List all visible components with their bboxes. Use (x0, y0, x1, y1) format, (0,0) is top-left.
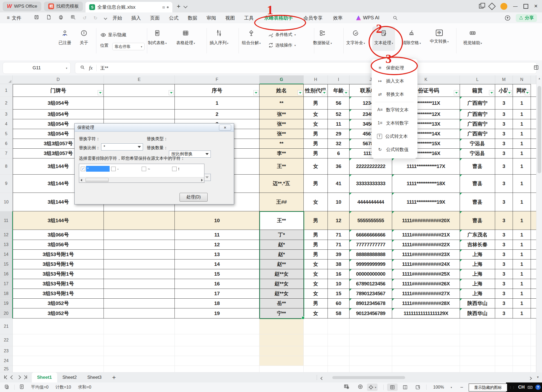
cell-K21[interactable] (392, 318, 460, 334)
cell-F25[interactable] (175, 366, 259, 372)
row-header-19[interactable]: 19 (0, 299, 13, 308)
cell-D16[interactable]: 3组53号附1号 (13, 269, 104, 279)
cell-H18[interactable]: 女 (304, 289, 328, 299)
cell-N4[interactable]: 1 (513, 119, 531, 129)
document-tab[interactable]: S 全量信息台账.xlsx ⧈ (86, 2, 172, 12)
cell-N21[interactable] (513, 318, 531, 334)
cell-J11[interactable]: 5555555555 (350, 211, 392, 230)
cell-H2[interactable]: 男 (304, 97, 328, 110)
tab-yongfeng-assistant[interactable]: 永峰表格助手 (264, 12, 293, 23)
scroll-down-icon[interactable]: ▾ (537, 375, 539, 379)
menu-item-wand[interactable]: ✳保密处理 (372, 61, 417, 74)
wps-ai-button[interactable]: WPS AI (356, 12, 379, 23)
menu-item-formula-to-text[interactable]: T公式转文本 (372, 130, 417, 143)
cell-M20[interactable]: 3 (495, 308, 513, 318)
checkbox[interactable] (142, 167, 146, 171)
cell-X8[interactable] (531, 158, 536, 175)
cell-M24[interactable] (495, 356, 513, 366)
cell-I2[interactable]: 56 (328, 97, 350, 110)
cell-M2[interactable]: 3 (495, 97, 513, 110)
cell-J22[interactable] (350, 334, 392, 346)
row-header-13[interactable]: 13 (0, 240, 13, 250)
cell-F16[interactable]: 15 (175, 269, 259, 279)
cell-F18[interactable]: 17 (175, 289, 259, 299)
menu-item-replace-text[interactable]: ⇄替换文本 (372, 88, 417, 101)
cell-N24[interactable] (513, 356, 531, 366)
prev-sheet-icon[interactable] (11, 375, 14, 380)
cell-M6[interactable]: 3 (495, 139, 513, 149)
cell-E16[interactable] (104, 269, 175, 279)
cell-J18[interactable]: 78901234567 (350, 289, 392, 299)
redo-icon[interactable]: ↻ (93, 15, 97, 21)
cell-D18[interactable]: 3组53号附1号 (13, 289, 104, 299)
cell-H19[interactable]: 男 (304, 299, 328, 308)
cell-F23[interactable] (175, 346, 259, 356)
menu-item-number-to-text[interactable]: A≡数字转文本 (372, 103, 417, 116)
replace-char-combo[interactable]: * (101, 143, 143, 151)
tab-formula[interactable]: 公式 (169, 12, 178, 23)
row-header-23[interactable]: 23 (0, 346, 13, 356)
cell-M21[interactable] (495, 318, 513, 334)
cell-K22[interactable] (392, 334, 460, 346)
row-header-1[interactable]: 1 (0, 84, 13, 97)
cell-H21[interactable] (304, 318, 328, 334)
page-break-view-button[interactable] (413, 384, 423, 391)
cell-E17[interactable] (104, 279, 175, 289)
cell-F20[interactable]: 19 (175, 308, 259, 318)
vertical-scrollbar[interactable]: ▴ (536, 75, 542, 372)
cell-L13[interactable]: 吉林长春 (460, 240, 495, 250)
cell-H15[interactable]: 女 (304, 259, 328, 269)
cell-X22[interactable] (531, 334, 536, 346)
cell-J23[interactable] (350, 346, 392, 356)
cell-G13[interactable]: 赵* (259, 240, 304, 250)
hscroll-thumb[interactable] (86, 178, 109, 182)
cell-G3[interactable]: 张** (259, 110, 304, 119)
cell-N8[interactable]: 1 (513, 158, 531, 175)
cell-M17[interactable]: 3 (495, 279, 513, 289)
visual-assist-button[interactable]: 视觉辅助▾ (458, 30, 487, 46)
cell-K13[interactable]: 1111###########22X (392, 240, 460, 250)
cell-N2[interactable]: 1 (513, 97, 531, 110)
cell-I14[interactable]: 39 (328, 250, 350, 259)
fx-icon[interactable]: fx (89, 65, 93, 71)
cell-G20[interactable]: 宁** (259, 308, 304, 318)
cell-H25[interactable] (304, 366, 328, 372)
cell-L19[interactable]: 陕西华山 (460, 299, 495, 308)
cell-X3[interactable] (531, 110, 536, 119)
tab-member[interactable]: 会员专享 (303, 12, 322, 23)
print-icon[interactable] (58, 15, 64, 21)
cell-L3[interactable]: 广西南宁 (460, 110, 495, 119)
cell-X10[interactable] (531, 193, 536, 211)
cell-N16[interactable]: 1 (513, 269, 531, 279)
cell-N5[interactable]: 1 (513, 129, 531, 139)
row-header-16[interactable]: 16 (0, 269, 13, 279)
exclude-option[interactable]: ~ (140, 167, 171, 171)
cell-G22[interactable] (259, 334, 304, 346)
upload-cloud-icon[interactable] (504, 12, 511, 23)
cell-H11[interactable]: 男 (304, 211, 328, 230)
cell-D21[interactable] (13, 318, 104, 334)
filter-button-E[interactable] (169, 90, 174, 95)
cell-X15[interactable] (531, 259, 536, 269)
cell-N20[interactable]: 1 (513, 308, 531, 318)
row-header-5[interactable]: 5 (0, 129, 13, 139)
cell-M8[interactable]: 3 (495, 158, 513, 175)
row-header-15[interactable]: 15 (0, 259, 13, 269)
cell-E25[interactable] (104, 366, 175, 372)
cell-L17[interactable]: 上海 (460, 279, 495, 289)
first-sheet-icon[interactable] (4, 375, 8, 380)
filter-button-G[interactable] (298, 90, 303, 95)
sheet-tab-sheet3[interactable]: Sheet3 (82, 372, 107, 382)
cell-H16[interactable]: 女 (304, 269, 328, 279)
cell-D23[interactable] (13, 346, 104, 356)
cell-E12[interactable] (104, 230, 175, 240)
cell-D24[interactable] (13, 356, 104, 366)
menu-item-insert-text[interactable]: ↦插入文本 (372, 74, 417, 88)
cell-M18[interactable]: 3 (495, 289, 513, 299)
cell-M23[interactable] (495, 346, 513, 356)
exclude-option[interactable]: ✓* (79, 166, 110, 172)
cell-D17[interactable]: 3组53号附1号 (13, 279, 104, 289)
avatar[interactable] (500, 3, 507, 10)
cell-F21[interactable] (175, 318, 259, 334)
cell-M12[interactable]: 3 (495, 230, 513, 240)
